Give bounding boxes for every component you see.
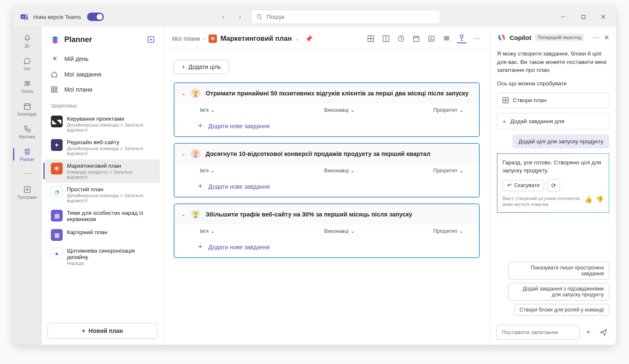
chevron-down-icon: ⌄ xyxy=(181,151,185,157)
copilot-close-icon[interactable]: ✕ xyxy=(604,34,609,42)
chevron-down-icon: ⌄ xyxy=(459,228,464,234)
pinned-plan-item[interactable]: ▦ Теми для особистих нарад із керівником xyxy=(45,206,160,226)
column-name[interactable]: Ім'я ⌄ xyxy=(200,167,322,174)
thumbs-down-icon[interactable]: 👎 xyxy=(596,196,604,203)
plan-name: Кар'єрний план xyxy=(67,229,107,235)
plan-area: Мої плани › ❇ Маркетинговий план ⌄ 📌 xyxy=(164,27,490,345)
window-minimize-button[interactable] xyxy=(554,10,572,24)
pinned-plan-item[interactable]: ▦ Кар'єрний план xyxy=(45,226,160,244)
view-people-icon[interactable] xyxy=(442,34,451,43)
plus-icon: + xyxy=(198,121,203,130)
retry-button[interactable]: ⟳ xyxy=(547,179,560,192)
nav-forward-button[interactable]: › xyxy=(234,11,246,23)
svg-text:T: T xyxy=(22,15,24,19)
rail-calendar[interactable]: Календар xyxy=(13,98,41,120)
chevron-down-icon: ⌄ xyxy=(350,167,355,174)
column-executors[interactable]: Виконавці ⌄ xyxy=(324,107,391,113)
view-grid-icon[interactable] xyxy=(366,34,375,43)
column-executors[interactable]: Виконавці ⌄ xyxy=(324,167,391,174)
view-timeline-icon[interactable] xyxy=(396,34,406,43)
view-board-icon[interactable] xyxy=(381,34,391,43)
copilot-send-button[interactable] xyxy=(597,325,610,340)
refresh-icon: ⟳ xyxy=(551,182,556,189)
goal-header[interactable]: ⌄ 🏆 Досягнути 10-відсоткової конверсії п… xyxy=(174,144,479,164)
rail-teams[interactable]: Teams xyxy=(13,75,41,98)
column-name[interactable]: Ім'я ⌄ xyxy=(200,107,322,113)
global-search[interactable] xyxy=(251,10,440,24)
search-input[interactable] xyxy=(267,13,435,20)
svg-point-11 xyxy=(27,81,29,83)
suggestion-label: Створи план xyxy=(513,97,546,103)
pinned-plan-item[interactable]: ● Щотижнева синхронізація дизайну Нарада xyxy=(45,244,160,269)
svg-rect-22 xyxy=(52,87,54,89)
quick-prompt[interactable]: Додай завдання з підзавданнями для запус… xyxy=(508,283,609,301)
rail-activity[interactable]: Дії xyxy=(13,29,41,52)
add-task-row[interactable]: + Додати нове завдання xyxy=(174,177,479,197)
goal-header[interactable]: ⌄ 🏆 Отримати принаймні 50 позитивних від… xyxy=(174,83,479,103)
ai-message: Гаразд, усе готово. Створено цілі для за… xyxy=(502,159,604,175)
user-message: Додай цілі для запуску продукту xyxy=(513,135,609,148)
plus-icon: + xyxy=(198,182,203,191)
plan-name: Щотижнева синхронізація дизайну xyxy=(67,248,154,260)
rail-calls[interactable]: Виклики xyxy=(13,120,41,143)
svg-rect-7 xyxy=(581,15,585,18)
nav-my-plans[interactable]: Мої плани xyxy=(45,82,160,97)
pinned-plan-item[interactable]: ✦ Редизайн веб-сайту Дизайнерська команд… xyxy=(45,136,160,159)
thumbs-up-icon[interactable]: 👍 xyxy=(584,196,592,203)
window-close-button[interactable] xyxy=(594,10,613,24)
view-charts-icon[interactable] xyxy=(427,34,436,43)
add-task-row[interactable]: + Додати нове завдання xyxy=(174,116,479,136)
column-priority[interactable]: Пріоритет ⌄ xyxy=(433,167,464,174)
quick-prompt[interactable]: Створи блоки для ролей у команді xyxy=(514,304,609,316)
nav-my-tasks[interactable]: Мої завдання xyxy=(45,67,160,82)
view-schedule-icon[interactable] xyxy=(412,34,421,43)
column-name[interactable]: Ім'я ⌄ xyxy=(200,228,322,234)
nav-label: Мій день xyxy=(64,55,88,62)
svg-point-2 xyxy=(26,14,28,16)
view-goals-icon[interactable] xyxy=(457,34,466,43)
new-plan-button[interactable]: + Новий план xyxy=(48,323,157,339)
rail-more[interactable]: ⋯ xyxy=(13,166,41,181)
chevron-down-icon: ⌄ xyxy=(181,211,185,217)
column-priority[interactable]: Пріоритет ⌄ xyxy=(433,228,464,234)
rail-planner[interactable]: Planner xyxy=(13,143,41,166)
more-options-icon[interactable]: ⋯ xyxy=(472,34,481,43)
planner-icon xyxy=(23,147,32,156)
copilot-suggestion-create-plan[interactable]: Створи план xyxy=(497,92,609,108)
rail-apps[interactable]: Програми xyxy=(13,181,41,203)
pinned-plan-item[interactable]: ◔ Простий план Дизайнерська команда > За… xyxy=(45,183,160,206)
copilot-more-icon[interactable]: ⋯ xyxy=(593,34,600,42)
column-executors[interactable]: Виконавці ⌄ xyxy=(324,228,391,234)
plan-name: Теми для особистих нарад із керівником xyxy=(67,210,154,222)
copilot-suggestion-add-task[interactable]: + Додай завдання для xyxy=(497,113,609,129)
plan-icon: ◔ xyxy=(51,186,63,198)
svg-point-10 xyxy=(25,81,27,83)
breadcrumb-root[interactable]: Мої плани xyxy=(172,35,200,42)
quick-prompt[interactable]: Показувати лише прострочені завдання xyxy=(508,262,609,280)
plan-icon: ❇ xyxy=(51,163,63,174)
grid-icon xyxy=(51,86,58,93)
undo-button[interactable]: ↶ Скасувати xyxy=(502,180,544,191)
copilot-input[interactable] xyxy=(496,325,580,340)
pin-icon[interactable]: 📌 xyxy=(305,35,312,42)
pinned-plan-item[interactable]: ◣◥ Керування проектами Дизайнерська кома… xyxy=(45,112,160,136)
nav-my-day[interactable]: ☀ Мій день xyxy=(45,50,160,67)
goal-header[interactable]: ⌄ 🏆 Збільшити трафік веб-сайту на 30% за… xyxy=(174,204,479,224)
new-teams-toggle[interactable] xyxy=(87,13,104,21)
copilot-try-label: Ось що можна спробувати xyxy=(497,79,609,88)
chevron-down-icon[interactable]: ⌄ xyxy=(295,36,299,42)
chevron-down-icon: ⌄ xyxy=(210,107,215,113)
plan-subtitle: Дизайнерська команда > Загальні відомост… xyxy=(67,146,154,156)
plan-icon: ● xyxy=(51,248,63,259)
column-priority[interactable]: Пріоритет ⌄ xyxy=(433,107,464,113)
rail-label: Календар xyxy=(18,112,37,116)
trophy-icon: 🏆 xyxy=(190,149,201,159)
add-task-row[interactable]: + Додати нове завдання xyxy=(174,237,479,257)
add-goal-button[interactable]: + Додати ціль xyxy=(174,60,229,74)
nav-back-button[interactable]: ‹ xyxy=(217,11,229,23)
window-maximize-button[interactable] xyxy=(574,10,592,24)
copilot-attach-button[interactable]: + xyxy=(581,325,595,340)
pinned-plan-item[interactable]: ❇ Маркетинговий план Команда продукту > … xyxy=(45,159,160,183)
new-tab-button[interactable] xyxy=(147,36,155,43)
rail-chat[interactable]: Чат xyxy=(13,52,41,75)
